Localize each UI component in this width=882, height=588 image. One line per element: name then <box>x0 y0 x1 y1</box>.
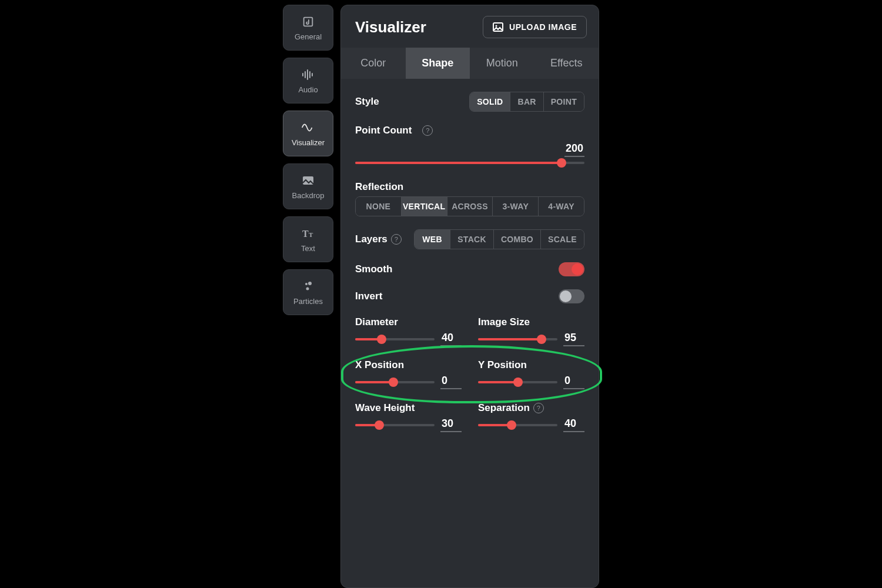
style-option-solid[interactable]: SOLID <box>470 92 510 111</box>
separation-slider[interactable] <box>478 420 557 430</box>
sidebar-item-visualizer[interactable]: Visualizer <box>283 111 333 156</box>
invert-row: Invert <box>355 289 584 303</box>
y-position-slider[interactable] <box>478 377 557 387</box>
wave-height-slider[interactable] <box>355 420 435 430</box>
image-size-row: Image Size 95 <box>478 316 584 346</box>
reflection-option-3way[interactable]: 3-WAY <box>492 197 538 216</box>
sidebar-item-label: Audio <box>298 85 318 94</box>
reflection-label: Reflection <box>355 181 584 193</box>
style-option-bar[interactable]: BAR <box>510 92 543 111</box>
x-position-value[interactable]: 0 <box>440 375 462 389</box>
image-size-slider[interactable] <box>478 334 557 345</box>
diameter-row: Diameter 40 <box>355 316 462 346</box>
reflection-option-across[interactable]: ACROSS <box>447 197 493 216</box>
reflection-segmented: NONE VERTICAL ACROSS 3-WAY 4-WAY <box>355 196 584 216</box>
upload-image-label: UPLOAD IMAGE <box>509 22 577 32</box>
particles-icon <box>301 279 315 293</box>
image-icon <box>301 173 315 188</box>
help-icon[interactable]: ? <box>391 234 402 245</box>
wave-icon <box>301 121 315 135</box>
sidebar: General Audio Visualizer Backdrop <box>283 5 333 588</box>
sidebar-item-particles[interactable]: Particles <box>283 269 333 315</box>
separation-label: Separation <box>478 402 530 414</box>
image-icon <box>493 22 503 32</box>
svg-point-10 <box>308 282 312 285</box>
diameter-slider[interactable] <box>355 334 435 345</box>
reflection-row: Reflection NONE VERTICAL ACROSS 3-WAY 4-… <box>355 181 584 216</box>
reflection-option-none[interactable]: NONE <box>356 197 401 216</box>
svg-text:T: T <box>309 231 313 238</box>
layers-option-stack[interactable]: STACK <box>450 230 493 249</box>
y-position-value[interactable]: 0 <box>563 375 584 389</box>
layers-option-combo[interactable]: COMBO <box>493 230 540 249</box>
sidebar-item-label: Backdrop <box>292 191 325 200</box>
help-icon[interactable]: ? <box>533 403 544 413</box>
image-size-label: Image Size <box>478 316 584 328</box>
sidebar-item-label: Text <box>301 244 315 253</box>
invert-label: Invert <box>355 290 382 302</box>
point-count-label: Point Count <box>355 125 412 136</box>
smooth-label: Smooth <box>355 263 392 275</box>
layers-row: Layers ? WEB STACK COMBO SCALE <box>355 229 584 249</box>
diameter-label: Diameter <box>355 316 462 328</box>
separation-value[interactable]: 40 <box>563 417 584 432</box>
sidebar-item-text[interactable]: TT Text <box>283 216 333 262</box>
reflection-option-4way[interactable]: 4-WAY <box>538 197 584 216</box>
style-option-point[interactable]: POINT <box>543 92 584 111</box>
sidebar-item-label: Visualizer <box>292 138 325 147</box>
wave-height-label: Wave Height <box>355 402 462 414</box>
svg-point-13 <box>496 25 497 27</box>
style-label: Style <box>355 96 379 108</box>
x-position-label: X Position <box>355 359 462 371</box>
layers-label: Layers <box>355 233 387 245</box>
layers-option-web[interactable]: WEB <box>415 230 450 249</box>
x-position-slider[interactable] <box>355 377 435 387</box>
image-size-value[interactable]: 95 <box>563 332 584 346</box>
sidebar-item-backdrop[interactable]: Backdrop <box>283 163 333 209</box>
tab-shape[interactable]: Shape <box>406 48 470 79</box>
wave-height-row: Wave Height 30 <box>355 402 462 432</box>
diameter-value[interactable]: 40 <box>440 332 462 346</box>
panel-title: Visualizer <box>355 18 426 36</box>
smooth-row: Smooth <box>355 262 584 276</box>
svg-point-11 <box>306 287 309 290</box>
wave-height-value[interactable]: 30 <box>440 417 462 432</box>
invert-toggle[interactable] <box>559 289 584 303</box>
sidebar-item-label: General <box>295 32 322 41</box>
point-count-slider[interactable] <box>355 158 584 168</box>
svg-text:T: T <box>302 229 309 239</box>
sidebar-item-label: Particles <box>293 297 323 306</box>
y-position-row: Y Position 0 <box>478 359 584 389</box>
music-note-icon <box>301 15 315 29</box>
tab-effects[interactable]: Effects <box>534 48 599 79</box>
upload-image-button[interactable]: UPLOAD IMAGE <box>483 16 587 38</box>
soundwave-icon <box>301 68 315 82</box>
svg-point-9 <box>305 283 308 285</box>
point-count-value[interactable]: 200 <box>564 142 584 157</box>
sidebar-item-audio[interactable]: Audio <box>283 58 333 103</box>
separation-row: Separation ? 40 <box>478 402 584 432</box>
x-position-row: X Position 0 <box>355 359 462 389</box>
settings-panel: Visualizer UPLOAD IMAGE Color Shape Moti… <box>340 5 599 588</box>
text-icon: TT <box>301 226 315 240</box>
reflection-option-vertical[interactable]: VERTICAL <box>401 197 447 216</box>
style-row: Style SOLID BAR POINT <box>355 92 584 112</box>
tab-color[interactable]: Color <box>341 48 406 79</box>
help-icon[interactable]: ? <box>422 125 433 136</box>
smooth-toggle[interactable] <box>559 262 584 276</box>
sidebar-item-general[interactable]: General <box>283 5 333 51</box>
layers-segmented: WEB STACK COMBO SCALE <box>414 229 584 249</box>
tabs: Color Shape Motion Effects <box>341 48 599 79</box>
point-count-row: Point Count ? 200 <box>355 125 584 168</box>
layers-option-scale[interactable]: SCALE <box>540 230 584 249</box>
y-position-label: Y Position <box>478 359 584 371</box>
tab-motion[interactable]: Motion <box>470 48 534 79</box>
style-segmented: SOLID BAR POINT <box>469 92 584 112</box>
